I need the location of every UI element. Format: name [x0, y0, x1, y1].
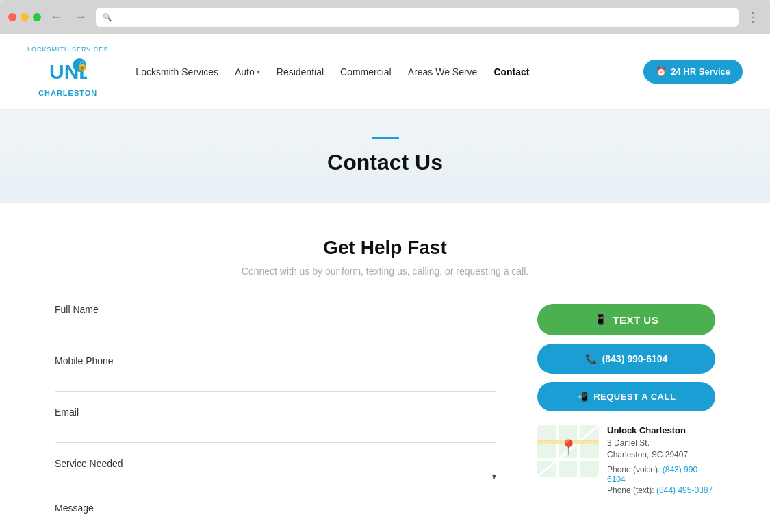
message-field: Message [55, 503, 496, 532]
maximize-dot[interactable] [33, 13, 41, 21]
chevron-down-icon: ▾ [492, 472, 496, 481]
logo-small-text: LOCKSMITH SERVICES [27, 46, 108, 53]
phone-number-label: (843) 990-6104 [602, 353, 668, 364]
full-name-input[interactable] [55, 318, 496, 334]
nav-link-areas[interactable]: Areas We Serve [408, 66, 478, 77]
navbar: LOCKSMITH SERVICES UNLOCK 🔒 CHARLESTON L… [0, 34, 770, 110]
more-button[interactable]: ⋮ [744, 10, 762, 25]
address-bar[interactable]: 🔍 [96, 8, 739, 27]
contact-right: 📱 TEXT US 📞 (843) 990-6104 📲 REQUEST A C… [537, 304, 715, 496]
logo-main: UNLOCK 🔒 [49, 53, 87, 90]
browser-toolbar: ← → 🔍 ⋮ [0, 0, 770, 34]
get-help-subtitle: Connect with us by our form, texting us,… [55, 266, 715, 277]
search-icon: 🔍 [103, 13, 112, 22]
minimize-dot[interactable] [21, 13, 29, 21]
phone-text-link[interactable]: (844) 495-0387 [656, 485, 713, 495]
nav-link-auto[interactable]: Auto [235, 66, 260, 77]
address-line2: Charleston, SC 29407 [607, 450, 688, 459]
phone-icon: 📱 [594, 314, 608, 326]
service-needed-field: Service Needed ▾ [55, 458, 496, 487]
text-us-button[interactable]: 📱 TEXT US [537, 304, 715, 335]
get-help-section: Get Help Fast Connect with us by our for… [55, 237, 715, 277]
phone-text-label: Phone (text): [607, 485, 654, 495]
nav-link-contact[interactable]: Contact [493, 66, 529, 77]
main-content: Get Help Fast Connect with us by our for… [0, 203, 770, 532]
address-line1: 3 Daniel St. [607, 438, 650, 448]
mobile-phone-field: Mobile Phone [55, 355, 496, 392]
nav-link-locksmith[interactable]: Locksmith Services [136, 66, 218, 77]
window-controls [8, 13, 41, 21]
request-call-button[interactable]: 📲 REQUEST A CALL [537, 382, 715, 411]
mobile-phone-label: Mobile Phone [55, 355, 496, 366]
call-button[interactable]: 📞 (843) 990-6104 [537, 344, 715, 374]
hero-divider [372, 137, 399, 139]
email-field: Email [55, 407, 496, 443]
svg-text:🔒: 🔒 [77, 60, 87, 71]
request-call-label: REQUEST A CALL [593, 392, 676, 402]
full-name-field: Full Name [55, 304, 496, 340]
hero-title: Contact Us [14, 150, 756, 175]
email-input[interactable] [55, 420, 496, 437]
business-address: 3 Daniel St. Charleston, SC 29407 [607, 438, 715, 461]
btn-24hr-label: 24 HR Service [671, 66, 730, 77]
message-textarea[interactable] [55, 516, 496, 532]
close-dot[interactable] [8, 13, 16, 21]
message-label: Message [55, 503, 496, 514]
phone-text: Phone (text): (844) 495-0387 [607, 485, 715, 495]
contact-form: Full Name Mobile Phone Email Service Nee… [55, 304, 496, 532]
get-help-title: Get Help Fast [55, 237, 715, 259]
form-contact-wrapper: Full Name Mobile Phone Email Service Nee… [55, 304, 715, 532]
service-needed-label: Service Needed [55, 458, 496, 469]
phone-call-icon: 📞 [585, 353, 597, 364]
map-info: Unlock Charleston 3 Daniel St. Charlesto… [607, 425, 715, 496]
request-icon: 📲 [577, 392, 589, 402]
phone-voice: Phone (voice): (843) 990-6104 [607, 465, 715, 484]
nav-link-residential[interactable]: Residential [277, 66, 324, 77]
forward-button[interactable]: → [71, 8, 90, 26]
text-us-label: TEXT US [613, 314, 658, 326]
btn-24hr[interactable]: ⏰ 24 HR Service [643, 60, 743, 84]
email-label: Email [55, 407, 496, 418]
service-select-wrapper[interactable]: ▾ [55, 472, 496, 481]
full-name-label: Full Name [55, 304, 496, 315]
logo-charleston-text: CHARLESTON [38, 89, 97, 97]
phone-voice-label: Phone (voice): [607, 465, 660, 474]
nav-link-commercial[interactable]: Commercial [340, 66, 392, 77]
website-content: LOCKSMITH SERVICES UNLOCK 🔒 CHARLESTON L… [0, 34, 770, 532]
business-name: Unlock Charleston [607, 425, 715, 435]
mobile-phone-input[interactable] [55, 369, 496, 385]
map-thumbnail[interactable]: 📍 [537, 425, 599, 477]
map-card: 📍 Unlock Charleston 3 Daniel St. Charles… [537, 425, 715, 496]
logo[interactable]: LOCKSMITH SERVICES UNLOCK 🔒 CHARLESTON [27, 46, 108, 97]
map-pin: 📍 [559, 438, 578, 456]
logo-icon: UNLOCK 🔒 [49, 53, 87, 90]
clock-icon: ⏰ [656, 66, 667, 77]
nav-links: Locksmith Services Auto Residential Comm… [136, 66, 643, 77]
back-button[interactable]: ← [47, 8, 66, 26]
hero-section: Contact Us [0, 110, 770, 203]
